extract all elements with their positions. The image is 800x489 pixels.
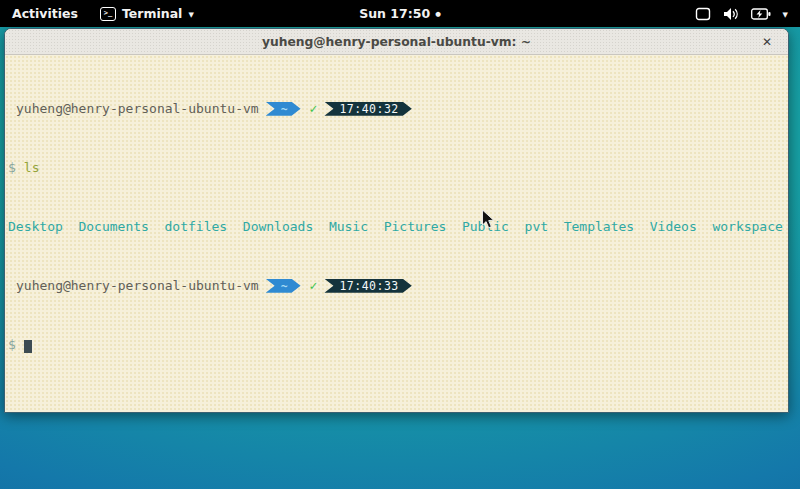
prompt-username: yuheng@henry-personal-ubuntu-vm: [8, 101, 259, 116]
prompt-cwd-badge: ~: [266, 102, 301, 116]
volume-icon: [723, 7, 739, 21]
battery-charging-icon: [751, 8, 771, 20]
app-menu-label: Terminal: [122, 6, 182, 21]
activities-button[interactable]: Activities: [0, 0, 90, 27]
system-status-area[interactable]: ▼: [683, 0, 800, 27]
prompt-time-badge: 17:40:33: [324, 279, 411, 293]
check-icon: ✓: [310, 278, 318, 293]
terminal-cursor: [24, 340, 32, 353]
screen-icon: [695, 7, 711, 21]
terminal-app-icon: >_: [100, 7, 116, 21]
notification-dot-icon: ●: [435, 10, 441, 18]
close-button[interactable]: ✕: [754, 29, 780, 54]
check-icon: ✓: [310, 101, 318, 116]
prompt-cwd: ~: [281, 279, 288, 293]
clock-label: Sun 17:50: [359, 6, 430, 21]
top-bar-left: Activities >_ Terminal ▼: [0, 0, 204, 27]
mouse-pointer-icon: [481, 209, 495, 234]
prompt-time-badge: 17:40:32: [324, 102, 411, 116]
app-menu-button[interactable]: >_ Terminal ▼: [90, 0, 204, 27]
terminal-window: yuheng@henry-personal-ubuntu-vm: ~ ✕ yuh…: [4, 28, 789, 413]
command-line: $ls: [8, 161, 788, 176]
clock-button[interactable]: Sun 17:50 ●: [351, 0, 449, 27]
prompt-username: yuheng@henry-personal-ubuntu-vm: [8, 278, 259, 293]
prompt-time: 17:40:32: [339, 102, 398, 116]
terminal-content[interactable]: yuheng@henry-personal-ubuntu-vm~✓17:40:3…: [5, 55, 788, 413]
ls-output-line: Desktop Documents dotfiles Downloads Mus…: [8, 220, 788, 235]
prompt-time: 17:40:33: [339, 279, 398, 293]
prompt-cwd: ~: [281, 102, 288, 116]
chevron-down-icon: ▼: [188, 11, 193, 19]
chevron-down-icon: ▼: [783, 11, 788, 19]
window-title: yuheng@henry-personal-ubuntu-vm: ~: [262, 35, 531, 49]
command-text: ls: [24, 160, 40, 175]
prompt-line-2: yuheng@henry-personal-ubuntu-vm~✓17:40:3…: [8, 279, 788, 294]
prompt-line-1: yuheng@henry-personal-ubuntu-vm~✓17:40:3…: [8, 102, 788, 117]
prompt-symbol: $: [8, 160, 16, 175]
window-titlebar[interactable]: yuheng@henry-personal-ubuntu-vm: ~ ✕: [5, 29, 788, 55]
current-prompt-line: $: [8, 338, 788, 353]
prompt-symbol: $: [8, 337, 16, 352]
prompt-cwd-badge: ~: [266, 279, 301, 293]
top-bar: Activities >_ Terminal ▼ Sun 17:50 ● ▼: [0, 0, 800, 27]
